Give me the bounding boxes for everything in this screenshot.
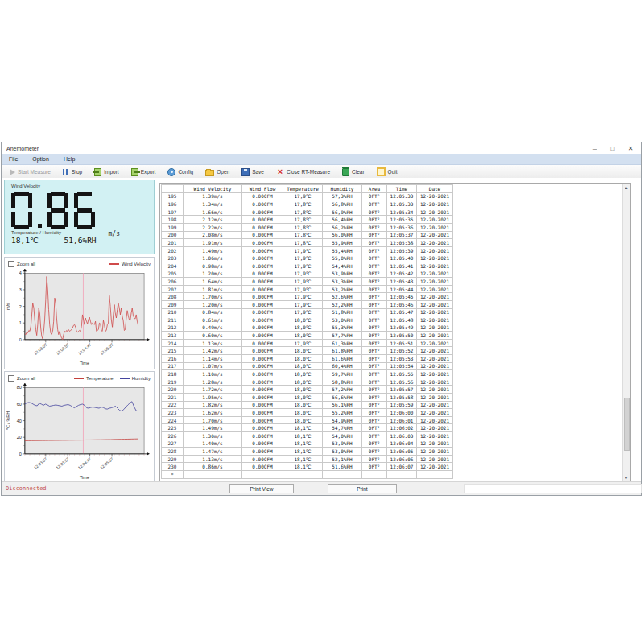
desktop: Anemometer – □ ✕ FileOptionHelp Start Me… — [0, 0, 644, 644]
table-cell: 0FT² — [362, 192, 387, 200]
table-cell: 0.00CFM — [242, 300, 283, 308]
minimize-button[interactable]: – — [586, 142, 604, 154]
table-cell: 18,1℃ — [283, 463, 323, 471]
table-cell: 12:05:34 — [387, 208, 417, 216]
table-row[interactable]: 2091.20m/s0.00CFM17,9℃52,2%RH0FT²12:05:4… — [162, 300, 453, 308]
table-row[interactable]: 2120.49m/s0.00CFM18,0℃55,3%RH0FT²12:05:4… — [162, 324, 453, 332]
save-button[interactable]: Save — [242, 166, 264, 178]
table-row[interactable]: 1992.22m/s0.00CFM17,8℃56,2%RH0FT²12:05:3… — [162, 223, 453, 231]
zoom-all-checkbox[interactable]: Zoom all — [8, 261, 35, 267]
table-cell: 0FT² — [362, 394, 387, 402]
table-row[interactable]: 2231.62m/s0.00CFM18,0℃55,2%RH0FT²12:06:0… — [162, 409, 453, 417]
table-row[interactable]: 1951.39m/s0.00CFM17,9℃57,3%RH0FT²12:05:3… — [162, 192, 453, 200]
table-row[interactable]: 2291.13m/s0.00CFM18,1℃52,1%RH0FT²12:06:0… — [162, 455, 453, 463]
scroll-down-icon[interactable]: ▼ — [623, 474, 630, 481]
svg-text:Time: Time — [80, 475, 89, 480]
table-row[interactable]: 2300.86m/s0.00CFM18,1℃51,6%RH0FT²12:06:0… — [162, 463, 453, 471]
table-row[interactable]: 2271.40m/s0.00CFM18,1℃53,9%RH0FT²12:06:0… — [162, 440, 453, 448]
table-row[interactable]: 2251.49m/s0.00CFM18,1℃54,7%RH0FT²12:06:0… — [162, 424, 453, 432]
column-header-wind-velocity[interactable]: Wind Velocity — [184, 185, 242, 193]
column-header-date[interactable]: Date — [417, 185, 453, 193]
table-cell: 12-20-2021 — [417, 448, 453, 456]
column-header-temperature[interactable]: Temperature — [283, 185, 323, 193]
clear-button[interactable]: Clear — [342, 166, 365, 178]
column-header-area[interactable]: Area — [362, 185, 387, 193]
maximize-button[interactable]: □ — [604, 142, 621, 154]
table-row[interactable]: 2211.95m/s0.00CFM18,0℃56,6%RH0FT²12:05:5… — [162, 394, 453, 402]
table-cell: 18,0℃ — [283, 401, 323, 409]
table-row[interactable]: 1982.12m/s0.00CFM17,8℃56,4%RH0FT²12:05:3… — [162, 216, 453, 224]
menu-item-help[interactable]: Help — [56, 154, 82, 164]
table-row[interactable]: 2071.81m/s0.00CFM17,9℃53,2%RH0FT²12:05:4… — [162, 285, 453, 293]
table-row[interactable]: 1971.66m/s0.00CFM17,8℃56,9%RH0FT²12:05:3… — [162, 208, 453, 216]
table-row[interactable]: 2281.47m/s0.00CFM18,1℃53,0%RH0FT²12:06:0… — [162, 448, 453, 456]
table-cell: 55,3%RH — [323, 324, 362, 332]
table-cell: 12-20-2021 — [417, 262, 453, 270]
stop-button[interactable]: Stop — [63, 166, 82, 178]
table-cell: 12:05:48 — [387, 316, 417, 324]
table-cell: 0FT² — [362, 231, 387, 239]
table-row[interactable]: 2021.49m/s0.00CFM17,9℃55,4%RH0FT²12:05:3… — [162, 246, 453, 254]
table-scrollbar[interactable]: ▲ ▼ — [622, 184, 630, 481]
checkbox-icon[interactable] — [8, 261, 14, 267]
table-row[interactable]: 2081.70m/s0.00CFM17,9℃52,6%RH0FT²12:05:4… — [162, 293, 453, 301]
table-cell: 0FT² — [362, 332, 387, 340]
column-header[interactable] — [162, 185, 184, 193]
table-row[interactable]: 2100.84m/s0.00CFM17,9℃51,8%RH0FT²12:05:4… — [162, 308, 453, 316]
row-number-cell: 201 — [162, 239, 184, 247]
table-cell: 0.00CFM — [242, 192, 283, 200]
table-row[interactable]: 2031.06m/s0.00CFM17,9℃55,0%RH0FT²12:05:4… — [162, 254, 453, 262]
close-rt-measure-button[interactable]: ×Close RT-Measure — [276, 166, 330, 178]
table-row[interactable]: 2201.72m/s0.00CFM18,0℃57,2%RH0FT²12:05:5… — [162, 386, 453, 394]
column-header-wind-flow[interactable]: Wind Flow — [242, 185, 283, 193]
config-button[interactable]: Config — [167, 166, 193, 178]
import-button[interactable]: Import — [94, 166, 118, 178]
table-row[interactable]: 2161.14m/s0.00CFM18,0℃61,6%RH0FT²12:05:5… — [162, 355, 453, 363]
zoom-all-checkbox[interactable]: Zoom all — [8, 375, 35, 382]
print-view-button[interactable]: Print View — [229, 484, 294, 493]
scroll-up-icon[interactable]: ▲ — [623, 184, 630, 191]
table-row[interactable]: 2002.08m/s0.00CFM17,8℃56,0%RH0FT²12:05:3… — [162, 231, 453, 239]
svg-text:12:04:47: 12:04:47 — [77, 343, 92, 356]
open-button[interactable]: Open — [205, 166, 229, 178]
table-row[interactable]: 2191.28m/s0.00CFM18,0℃58,8%RH0FT²12:05:5… — [162, 378, 453, 386]
table-cell: 0.00CFM — [242, 254, 283, 262]
toolbar-button-label: Open — [217, 169, 229, 175]
table-row[interactable]: 2110.61m/s0.00CFM18,0℃53,0%RH0FT²12:05:4… — [162, 316, 453, 324]
quit-icon — [377, 167, 386, 176]
table-row[interactable]: 2051.20m/s0.00CFM17,9℃53,9%RH0FT²12:05:4… — [162, 270, 453, 278]
scrollbar-thumb[interactable] — [624, 398, 630, 451]
export-button[interactable]: Export — [131, 166, 156, 178]
table-row[interactable]: 2061.64m/s0.00CFM17,9℃53,3%RH0FT²12:05:4… — [162, 278, 453, 286]
table-cell: 0.00CFM — [242, 216, 283, 224]
table-row[interactable]: 2221.82m/s0.00CFM18,0℃56,1%RH0FT²12:05:5… — [162, 401, 453, 409]
decimal-point — [38, 224, 42, 228]
checkbox-icon[interactable] — [8, 375, 14, 382]
start-measure-button[interactable]: Start Measure — [10, 166, 51, 178]
table-row[interactable]: 2241.70m/s0.00CFM18,0℃54,9%RH0FT²12:06:0… — [162, 416, 453, 424]
menu-item-option[interactable]: Option — [25, 154, 56, 164]
table-row[interactable]: 2171.07m/s0.00CFM18,0℃60,4%RH0FT²12:05:5… — [162, 362, 453, 370]
table-row[interactable]: 2130.60m/s0.00CFM18,0℃57,7%RH0FT²12:05:5… — [162, 332, 453, 340]
table-cell: 12:06:03 — [387, 432, 417, 440]
print-button[interactable]: Print — [328, 484, 397, 493]
table-row[interactable]: 2261.30m/s0.00CFM18,1℃54,0%RH0FT²12:06:0… — [162, 432, 453, 440]
table-row[interactable]: 2181.10m/s0.00CFM18,0℃59,7%RH0FT²12:05:5… — [162, 370, 453, 378]
table-cell: 53,2%RH — [323, 285, 362, 293]
column-header-humidity[interactable]: Humidity — [323, 185, 362, 193]
table-row[interactable]: 2011.91m/s0.00CFM17,8℃55,9%RH0FT²12:05:3… — [162, 239, 453, 247]
table-cell: 17,9℃ — [283, 192, 323, 200]
table-row[interactable]: 2141.13m/s0.00CFM17,9℃61,3%RH0FT²12:05:5… — [162, 339, 453, 347]
menu-item-file[interactable]: File — [2, 154, 25, 164]
table-row[interactable]: 2151.42m/s0.00CFM18,0℃61,8%RH0FT²12:05:5… — [162, 347, 453, 355]
table-row[interactable]: 1961.34m/s0.00CFM17,8℃56,8%RH0FT²12:05:3… — [162, 200, 453, 208]
table-cell: 17,9℃ — [283, 293, 323, 301]
table-row[interactable]: 2040.98m/s0.00CFM17,9℃54,4%RH0FT²12:05:4… — [162, 262, 453, 270]
table-cell: 18,0℃ — [283, 394, 323, 402]
table-cell: 12:05:43 — [387, 278, 417, 286]
close-button[interactable]: ✕ — [621, 142, 639, 154]
table-cell: 0FT² — [362, 254, 387, 262]
column-header-time[interactable]: Time — [387, 185, 417, 193]
table-cell: 17,8℃ — [283, 208, 323, 216]
quit-button[interactable]: Quit — [377, 166, 398, 178]
